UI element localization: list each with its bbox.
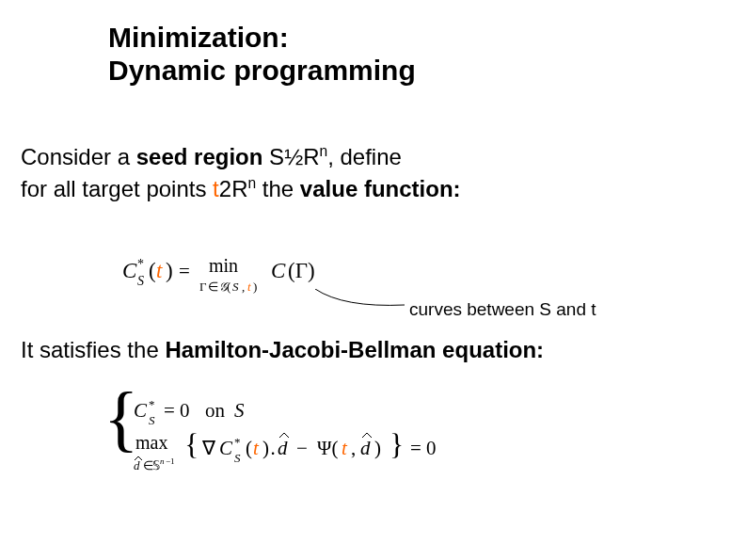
svg-text:∈: ∈ bbox=[208, 280, 218, 294]
text: 2R bbox=[219, 176, 248, 201]
svg-text:d: d bbox=[360, 437, 371, 459]
annotation-arrow bbox=[315, 289, 405, 308]
svg-text:): ) bbox=[374, 437, 381, 459]
svg-text:(: ( bbox=[149, 259, 156, 282]
svg-text:𝕊: 𝕊 bbox=[152, 458, 160, 472]
svg-text:d: d bbox=[278, 437, 288, 459]
svg-text:=: = bbox=[179, 260, 190, 282]
intro-paragraph: Consider a seed region S½Rn, define for … bbox=[21, 141, 461, 204]
svg-text:d: d bbox=[134, 458, 140, 472]
value-function-term: value function: bbox=[300, 176, 461, 201]
hjb-term: Hamilton-Jacobi-Bellman equation: bbox=[165, 337, 544, 362]
svg-text:}: } bbox=[389, 427, 404, 461]
hjb-equation: { C * S = 0 on S max d ∈ 𝕊 n −1 { ∇ C * … bbox=[103, 391, 536, 475]
svg-text:C: C bbox=[122, 259, 137, 282]
svg-text:*: * bbox=[137, 257, 144, 271]
svg-text:{: { bbox=[184, 427, 199, 461]
svg-text:(: ( bbox=[246, 437, 252, 459]
seed-region-term: seed region bbox=[136, 144, 263, 169]
svg-text:t: t bbox=[253, 437, 260, 459]
svg-text:n: n bbox=[160, 456, 165, 466]
text: S½R bbox=[262, 144, 319, 169]
svg-text:S: S bbox=[234, 399, 245, 422]
svg-text:S: S bbox=[234, 451, 241, 465]
text: for all target points bbox=[21, 176, 213, 201]
svg-text:C: C bbox=[271, 259, 286, 282]
hjb-intro: It satisfies the Hamilton-Jacobi-Bellman… bbox=[21, 337, 544, 363]
svg-text:(: ( bbox=[227, 280, 230, 294]
text: It satisfies the bbox=[21, 337, 165, 362]
text: , define bbox=[327, 144, 402, 169]
svg-text:t: t bbox=[156, 259, 163, 282]
svg-text:): ) bbox=[262, 437, 269, 459]
text: the bbox=[256, 176, 300, 201]
svg-text:,: , bbox=[242, 280, 245, 294]
svg-text:(Γ): (Γ) bbox=[288, 259, 315, 282]
svg-text:S: S bbox=[232, 280, 239, 294]
svg-text:−: − bbox=[296, 437, 308, 459]
svg-text:S: S bbox=[149, 413, 155, 427]
svg-text:*: * bbox=[149, 397, 155, 411]
svg-text:−1: −1 bbox=[166, 456, 175, 466]
svg-text:,: , bbox=[351, 437, 356, 459]
svg-text:t: t bbox=[247, 280, 251, 294]
title-line1: Minimization: bbox=[108, 22, 289, 53]
svg-text:): ) bbox=[253, 280, 257, 294]
svg-text:= 0: = 0 bbox=[410, 437, 437, 459]
svg-text:C: C bbox=[219, 437, 233, 459]
svg-text:on: on bbox=[205, 399, 226, 422]
slide: Minimization: Dynamic programming Consid… bbox=[0, 0, 747, 560]
svg-text:Ψ(: Ψ( bbox=[317, 437, 339, 459]
svg-text:= 0: = 0 bbox=[164, 399, 190, 422]
svg-text:S: S bbox=[137, 274, 144, 288]
target-point-t: t bbox=[213, 176, 219, 201]
svg-text:.: . bbox=[271, 437, 276, 459]
svg-text:min: min bbox=[209, 255, 238, 276]
svg-text:C: C bbox=[134, 399, 148, 422]
svg-text:t: t bbox=[342, 437, 348, 459]
svg-text:*: * bbox=[234, 435, 241, 449]
slide-title: Minimization: Dynamic programming bbox=[108, 21, 416, 88]
curves-annotation: curves between S and t bbox=[409, 299, 596, 320]
svg-text:∇: ∇ bbox=[201, 437, 216, 459]
svg-text:): ) bbox=[166, 259, 173, 282]
title-line2: Dynamic programming bbox=[108, 55, 416, 86]
text: Consider a bbox=[21, 144, 136, 169]
svg-text:Γ: Γ bbox=[199, 280, 207, 294]
superscript-n: n bbox=[247, 175, 256, 191]
svg-text:max: max bbox=[135, 432, 167, 453]
superscript-n: n bbox=[319, 143, 327, 159]
